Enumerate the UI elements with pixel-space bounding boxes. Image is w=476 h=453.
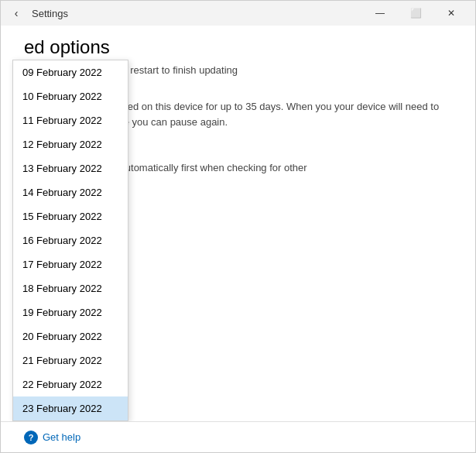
dropdown-item[interactable]: 20 February 2022 (13, 324, 128, 348)
window-controls: — ⬜ ✕ (362, 1, 469, 26)
back-button[interactable]: ‹ (7, 4, 26, 22)
dropdown-item[interactable]: 19 February 2022 (13, 300, 128, 324)
dropdown-item[interactable]: 09 February 2022 (13, 60, 128, 84)
dropdown-item[interactable]: 23 February 2022 (13, 396, 128, 420)
maximize-button[interactable]: ⬜ (398, 1, 433, 26)
dropdown-item[interactable]: 13 February 2022 (13, 156, 128, 180)
page-title: ed options (24, 36, 452, 58)
settings-window: ‹ Settings — ⬜ ✕ ed options hen your PC … (0, 0, 476, 453)
dropdown-item[interactable]: 15 February 2022 (13, 204, 128, 228)
content-area: ed options hen your PC requires a restar… (1, 26, 475, 421)
minimize-button[interactable]: — (362, 1, 398, 26)
help-icon: ? (24, 431, 38, 444)
dropdown-item[interactable]: 11 February 2022 (13, 108, 128, 132)
close-button[interactable]: ✕ (433, 1, 469, 26)
title-bar: ‹ Settings — ⬜ ✕ (1, 1, 475, 26)
dropdown-item[interactable]: 10 February 2022 (13, 84, 128, 108)
get-help-label: Get help (43, 431, 80, 443)
dropdown-item[interactable]: 22 February 2022 (13, 372, 128, 396)
dropdown-item[interactable]: 12 February 2022 (13, 132, 128, 156)
dropdown-item[interactable]: 17 February 2022 (13, 252, 128, 276)
dropdown-item[interactable]: 18 February 2022 (13, 276, 128, 300)
window-title: Settings (32, 8, 362, 19)
footer: ? Get help (1, 421, 475, 452)
get-help-link[interactable]: ? Get help (24, 431, 80, 444)
dropdown-item[interactable]: 14 February 2022 (13, 180, 128, 204)
date-dropdown[interactable]: 09 February 202210 February 202211 Febru… (12, 60, 128, 421)
dropdown-item[interactable]: 16 February 2022 (13, 228, 128, 252)
dropdown-item[interactable]: 21 February 2022 (13, 348, 128, 372)
